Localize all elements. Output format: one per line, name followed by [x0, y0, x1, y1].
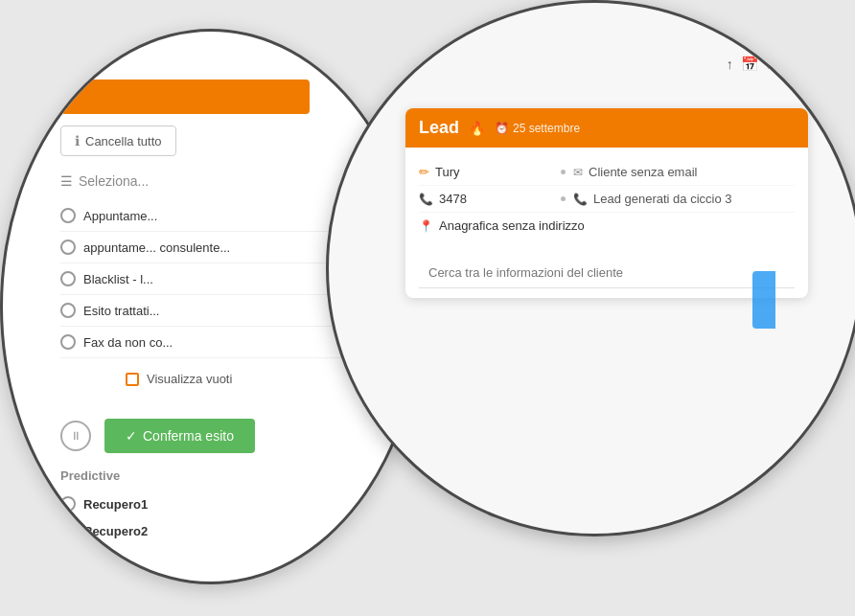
- fire-icon: 🔥: [469, 121, 485, 136]
- radio-button[interactable]: [60, 240, 76, 255]
- card-date: ⏰ 25 settembre: [495, 122, 580, 135]
- pause-icon: ⏸: [70, 429, 81, 443]
- scene: ℹ Cancella tutto ☰ Seleziona... Appuntam…: [0, 0, 855, 616]
- col-left-3: 📍 Anagrafica senza indirizzo: [419, 218, 585, 233]
- card-row-2: 📞 3478 📞 Lead generati da ciccio 3: [419, 186, 795, 213]
- calendar-count: 0: [767, 57, 774, 72]
- card-row-1: ✏ Tury ✉ Cliente senza email: [419, 159, 795, 186]
- clock-icon: ⏰: [495, 122, 509, 135]
- radio-button[interactable]: [60, 496, 76, 512]
- address-info: Anagrafica senza indirizzo: [439, 218, 585, 233]
- col-right-1: ✉ Cliente senza email: [573, 165, 697, 179]
- dot-separator: [561, 170, 566, 174]
- list-icon: ☰: [60, 173, 73, 189]
- radio-button[interactable]: [60, 208, 76, 223]
- list-item[interactable]: Re...: [60, 544, 386, 571]
- calendar-icon: 📅: [741, 56, 759, 73]
- right-circle: ↑ 📅 0 Lead 🔥 ⏰ 25 settembre: [326, 0, 855, 536]
- info-icon: ℹ: [75, 133, 80, 148]
- conferma-label: Conferma esito: [143, 428, 234, 444]
- blue-side-panel[interactable]: [752, 271, 775, 329]
- pause-button[interactable]: ⏸: [60, 421, 91, 451]
- check-icon: ✓: [126, 428, 137, 444]
- col-right-2: 📞 Lead generati da ciccio 3: [573, 192, 732, 206]
- lead-card: Lead 🔥 ⏰ 25 settembre ✏ Tury: [405, 108, 808, 298]
- conferma-esito-button[interactable]: ✓ Conferma esito: [104, 419, 255, 453]
- visualizza-vuoti-checkbox[interactable]: [126, 373, 139, 386]
- radio-button[interactable]: [60, 334, 76, 350]
- phone-icon: 📞: [419, 193, 433, 206]
- search-input[interactable]: [419, 258, 795, 288]
- cancella-tutto-button[interactable]: ℹ Cancella tutto: [60, 125, 176, 156]
- cancella-label: Cancella tutto: [85, 134, 162, 148]
- orange-bar: [60, 80, 310, 114]
- customer-name: Tury: [435, 165, 460, 179]
- radio-button[interactable]: [60, 523, 76, 538]
- location-icon: 📍: [419, 219, 433, 233]
- phone2-icon: 📞: [573, 193, 588, 206]
- email-icon: ✉: [573, 166, 583, 179]
- radio-button[interactable]: [60, 303, 76, 318]
- visualizza-vuoti-label: Visualizza vuoti: [147, 372, 232, 386]
- card-row-3: 📍 Anagrafica senza indirizzo: [419, 213, 795, 239]
- header-icons-row: ↑ 📅 0: [727, 56, 774, 73]
- radio-button[interactable]: [60, 550, 76, 565]
- dot-separator: [561, 196, 566, 201]
- col-left-2: 📞 3478: [419, 192, 553, 206]
- phone-number: 3478: [439, 192, 467, 206]
- col-left-1: ✏ Tury: [419, 165, 553, 179]
- card-body: ✏ Tury ✉ Cliente senza email 📞: [405, 148, 808, 250]
- up-arrow-icon: ↑: [727, 57, 733, 72]
- edit-icon: ✏: [419, 165, 429, 179]
- card-title: Lead: [419, 118, 459, 138]
- card-header: Lead 🔥 ⏰ 25 settembre: [405, 108, 808, 148]
- radio-button[interactable]: [60, 271, 76, 286]
